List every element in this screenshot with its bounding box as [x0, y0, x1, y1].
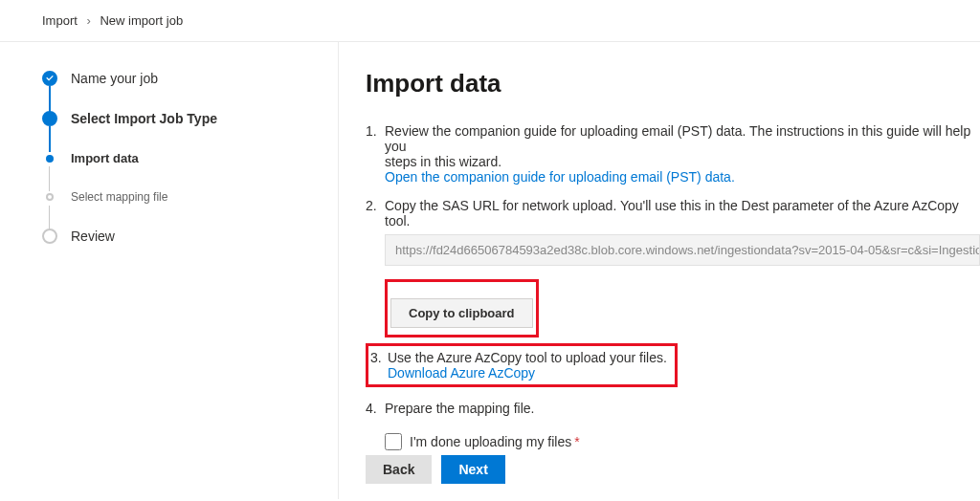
step-name-your-job[interactable]: Name your job	[42, 71, 309, 111]
step-label: Import data	[71, 151, 139, 165]
step-label: Select Import Job Type	[71, 111, 217, 126]
sas-url-display[interactable]: https://fd24d66506784593a2ed38c.blob.cor…	[385, 234, 980, 266]
main-content: Import data Review the companion guide f…	[339, 42, 980, 499]
breadcrumb: Import › New import job	[0, 0, 980, 42]
required-indicator: *	[574, 434, 579, 449]
step-select-import-job-type[interactable]: Select Import Job Type	[42, 111, 309, 151]
step-label: Review	[71, 229, 115, 244]
chevron-right-icon: ›	[86, 13, 90, 28]
breadcrumb-current: New import job	[100, 13, 183, 28]
future-step-icon	[46, 193, 54, 201]
substep-icon	[46, 155, 54, 163]
step-label: Name your job	[71, 71, 158, 86]
highlight-annotation: Copy to clipboard	[385, 279, 539, 338]
companion-guide-link[interactable]: Open the companion guide for uploading e…	[385, 169, 735, 185]
step-select-mapping-file[interactable]: Select mapping file	[42, 190, 309, 229]
download-azcopy-link[interactable]: Download Azure AzCopy	[388, 365, 535, 381]
check-icon	[42, 71, 57, 86]
checkbox-label: I'm done uploading my files	[410, 434, 571, 449]
wizard-footer-buttons: Back Next	[366, 455, 505, 484]
step-label: Select mapping file	[71, 190, 167, 204]
wizard-steps-sidebar: Name your job Select Import Job Type Imp…	[0, 42, 339, 499]
copy-to-clipboard-button[interactable]: Copy to clipboard	[390, 298, 533, 328]
step-import-data[interactable]: Import data	[42, 151, 309, 190]
highlight-annotation: 3. Use the Azure AzCopy tool to upload y…	[366, 343, 678, 387]
step-review[interactable]: Review	[42, 229, 309, 244]
instruction-step-3: 3. Use the Azure AzCopy tool to upload y…	[366, 343, 980, 387]
next-button[interactable]: Next	[441, 455, 504, 484]
instruction-step-1: Review the companion guide for uploading…	[366, 123, 980, 185]
breadcrumb-root[interactable]: Import	[42, 13, 78, 28]
future-step-icon	[42, 229, 57, 244]
page-title: Import data	[366, 69, 980, 98]
instruction-step-2: Copy the SAS URL for network upload. You…	[366, 198, 980, 266]
current-step-icon	[42, 111, 57, 126]
back-button[interactable]: Back	[366, 455, 432, 484]
done-uploading-checkbox[interactable]	[385, 433, 402, 450]
done-uploading-checkbox-row: I'm done uploading my files *	[385, 433, 980, 450]
instruction-step-4: Prepare the mapping file.	[366, 401, 980, 416]
